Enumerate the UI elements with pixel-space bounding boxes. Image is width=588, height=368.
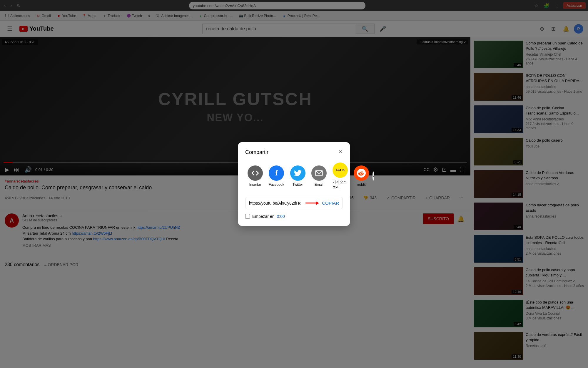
- start-at-label: Empezar en: [252, 214, 274, 219]
- share-kakao-button[interactable]: TALK 카카오스토리: [330, 161, 350, 191]
- share-twitter-label: Twitter: [293, 183, 303, 187]
- share-icons-row: Insertar f Facebook Twitter: [245, 161, 343, 191]
- share-next-button[interactable]: ›: [372, 171, 374, 181]
- share-twitter-button[interactable]: Twitter: [288, 164, 308, 188]
- share-url-row: COPIAR: [245, 197, 343, 209]
- share-facebook-label: Facebook: [269, 183, 284, 187]
- arrow-head: [316, 201, 319, 205]
- start-at-checkbox[interactable]: [245, 214, 250, 219]
- modal-overlay[interactable]: Compartir × Insertar f Facebook: [0, 0, 588, 368]
- copy-button[interactable]: COPIAR: [318, 197, 343, 209]
- share-kakao-label: 카카오스토리: [333, 180, 348, 190]
- share-email-label: Email: [315, 183, 323, 187]
- kakao-icon: TALK: [333, 163, 348, 178]
- share-url-input[interactable]: [245, 197, 304, 209]
- share-facebook-button[interactable]: f Facebook: [266, 164, 287, 188]
- share-embed-label: Insertar: [249, 183, 261, 187]
- email-icon: [311, 165, 327, 181]
- arrow-line: [305, 203, 317, 203]
- modal-title: Compartir: [245, 149, 343, 155]
- modal-close-button[interactable]: ×: [336, 147, 345, 156]
- facebook-icon: f: [269, 165, 284, 181]
- share-reddit-label: reddit: [357, 183, 366, 187]
- share-embed-button[interactable]: Insertar: [245, 164, 265, 188]
- embed-icon: [248, 165, 263, 181]
- share-modal: Compartir × Insertar f Facebook: [238, 142, 350, 226]
- start-at-time[interactable]: 0:00: [277, 214, 285, 219]
- reddit-icon: [354, 165, 369, 181]
- share-email-button[interactable]: Email: [309, 164, 329, 188]
- share-url-arrow: [304, 203, 318, 203]
- start-at-row: Empezar en 0:00: [245, 214, 343, 219]
- twitter-icon: [290, 165, 305, 181]
- share-reddit-button[interactable]: reddit: [351, 164, 371, 188]
